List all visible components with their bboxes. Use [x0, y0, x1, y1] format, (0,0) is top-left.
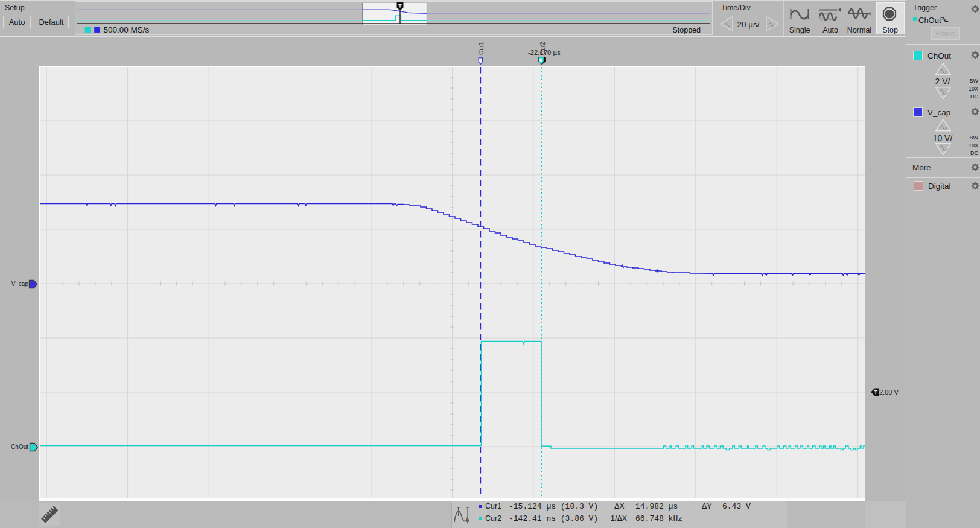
svg-text:Stopped: Stopped: [672, 26, 701, 34]
svg-text:500.00 MS/s: 500.00 MS/s: [104, 25, 150, 34]
svg-text:-22.170 µs: -22.170 µs: [528, 49, 561, 56]
svg-text:Cur1: Cur1: [478, 42, 485, 55]
